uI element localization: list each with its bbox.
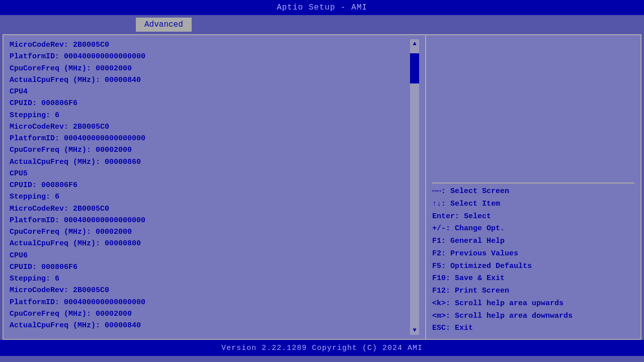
cpu-info-line: CpuCoreFreq (MHz): 00002000 <box>10 144 410 156</box>
cpu-info-line: ActualCpuFreq (MHz): 00000840 <box>10 74 410 86</box>
key-help-line: ESC: Exit <box>432 322 634 335</box>
cpu-info-line: CPU6 <box>10 250 410 261</box>
cpu-info-line: CPUID: 000806F6 <box>10 261 410 273</box>
cpu-info-line: CpuCoreFreq (MHz): 00002000 <box>10 63 410 74</box>
cpu-info-lines: MicroCodeRev: 2B0005C0PlatformID: 000400… <box>10 39 410 331</box>
scroll-up-arrow[interactable]: ▲ <box>410 39 419 48</box>
cpu-info-line: MicroCodeRev: 2B0005C0 <box>10 39 410 51</box>
key-help-line: Enter: Select <box>432 211 634 223</box>
scroll-thumb[interactable] <box>410 53 419 83</box>
footer-bar: Version 2.22.1289 Copyright (C) 2024 AMI <box>0 340 644 356</box>
cpu-info-line: CPU4 <box>10 86 410 98</box>
cpu-info-line: MicroCodeRev: 2B0005C0 <box>10 285 410 296</box>
key-help-line: <m>: Scroll help area downwards <box>432 310 634 323</box>
cpu-info-line: MicroCodeRev: 2B0005C0 <box>10 203 410 215</box>
version-text: Version 2.22.1289 Copyright (C) 2024 AMI <box>221 344 423 352</box>
key-help-line: F10: Save & Exit <box>432 273 634 285</box>
key-help-line: ↑↓: Select Item <box>432 198 634 211</box>
cpu-info-text: MicroCodeRev: 2B0005C0PlatformID: 000400… <box>10 39 410 335</box>
cpu-info-line: MicroCodeRev: 2B0005C0 <box>10 121 410 133</box>
scroll-down-arrow[interactable]: ▼ <box>410 326 419 335</box>
cpu-info-line: PlatformID: 000400000000000000 <box>10 297 410 308</box>
cpu-info-line: CPUID: 000806F6 <box>10 98 410 109</box>
key-help-line: F12: Print Screen <box>432 285 634 298</box>
menu-bar: Advanced <box>0 15 644 34</box>
cpu-info-line: PlatformID: 000400000000000000 <box>10 215 410 226</box>
key-help-line: ↔↔: Select Screen <box>432 186 634 198</box>
title-bar: Aptio Setup - AMI <box>0 0 644 15</box>
key-help: ↔↔: Select Screen↑↓: Select ItemEnter: S… <box>432 186 634 335</box>
right-panel: ↔↔: Select Screen↑↓: Select ItemEnter: S… <box>426 35 640 339</box>
scroll-track[interactable] <box>410 48 419 326</box>
cpu-info-line: Stepping: 6 <box>10 191 410 203</box>
key-help-line: F5: Optimized Defaults <box>432 260 634 273</box>
left-panel: MicroCodeRev: 2B0005C0PlatformID: 000400… <box>4 35 426 339</box>
help-area <box>432 39 634 180</box>
cpu-info-line: Stepping: 6 <box>10 110 410 121</box>
cpu-info-line: CPUID: 000806F6 <box>10 179 410 191</box>
scrollbar[interactable]: ▲ ▼ <box>410 39 419 335</box>
cpu-info-line: ActualCpuFreq (MHz): 00000860 <box>10 156 410 168</box>
cpu-info-line: ActualCpuFreq (MHz): 00000800 <box>10 238 410 249</box>
cpu-info-line: CpuCoreFreq (MHz): 00002000 <box>10 308 410 320</box>
app-title: Aptio Setup - AMI <box>277 3 367 12</box>
cpu-info-line: CPU5 <box>10 168 410 179</box>
cpu-info-line: ActualCpuFreq (MHz): 00000840 <box>10 320 410 331</box>
key-help-line: F1: General Help <box>432 235 634 248</box>
cpu-info-line: PlatformID: 000400000000000000 <box>10 51 410 62</box>
divider <box>432 183 634 184</box>
left-content-wrapper: MicroCodeRev: 2B0005C0PlatformID: 000400… <box>10 39 419 335</box>
cpu-info-line: CpuCoreFreq (MHz): 00002000 <box>10 226 410 238</box>
key-help-line: <k>: Scroll help area upwards <box>432 298 634 310</box>
key-help-line: +/-: Change Opt. <box>432 223 634 235</box>
key-help-line: F2: Previous Values <box>432 248 634 260</box>
main-area: MicroCodeRev: 2B0005C0PlatformID: 000400… <box>3 34 641 340</box>
menu-item-advanced[interactable]: Advanced <box>136 18 192 32</box>
cpu-info-line: PlatformID: 000400000000000000 <box>10 133 410 144</box>
cpu-info-line: Stepping: 6 <box>10 273 410 285</box>
